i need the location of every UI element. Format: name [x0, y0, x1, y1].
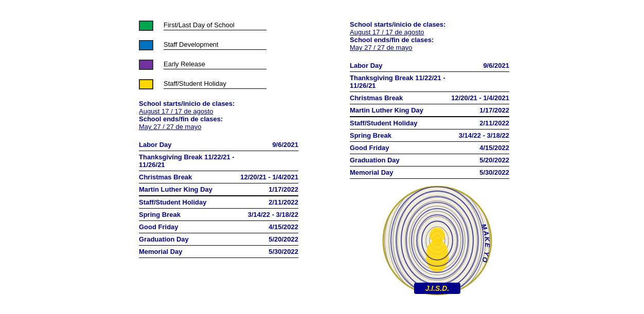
table-row: Memorial Day5/30/2022: [139, 246, 298, 258]
right-school-starts-heading: School starts/inicio de clases:: [350, 21, 644, 28]
event-date-cell: 4/15/2022: [240, 221, 298, 233]
logo-wrapper: MAKE YOUR MARK J.I.S.D.: [381, 184, 494, 299]
event-name-cell: Martin Luther King Day: [350, 104, 451, 117]
event-name-cell: Thanksgiving Break 11/22/21 - 11/26/21: [139, 151, 240, 171]
event-name-cell: Labor Day: [350, 60, 451, 72]
table-row: Christmas Break12/20/21 - 1/4/2021: [139, 171, 298, 183]
event-name-cell: Memorial Day: [139, 246, 240, 258]
legend-item-holiday: Staff/Student Holiday: [139, 79, 324, 89]
event-name-cell: Memorial Day: [350, 167, 451, 179]
event-date-cell: 9/6/2021: [240, 139, 298, 151]
event-date-cell: 12/20/21 - 1/4/2021: [240, 171, 298, 183]
event-name-cell: Spring Break: [139, 209, 240, 221]
logo-area: MAKE YOUR MARK J.I.S.D.: [381, 184, 525, 297]
right-school-starts-link[interactable]: August 17 / 17 de agosto: [350, 28, 644, 36]
legend-section: First/Last Day of School Staff Developme…: [139, 21, 324, 89]
legend-item-staff-dev: Staff Development: [139, 40, 324, 50]
event-date-cell: 2/11/2022: [451, 117, 509, 130]
event-date-cell: [240, 151, 298, 171]
event-name-cell: Martin Luther King Day: [139, 183, 240, 196]
left-panel: First/Last Day of School Staff Developme…: [0, 21, 324, 297]
legend-label-staff-dev: Staff Development: [164, 41, 266, 50]
event-date-cell: 5/30/2022: [240, 246, 298, 258]
table-row: Spring Break3/14/22 - 3/18/22: [350, 130, 509, 142]
table-row: Good Friday4/15/2022: [139, 221, 298, 233]
event-name-cell: Thanksgiving Break 11/22/21 - 11/26/21: [350, 72, 451, 92]
right-school-info: School starts/inicio de clases: August 1…: [350, 21, 644, 51]
right-panel: School starts/inicio de clases: August 1…: [324, 21, 644, 297]
table-row: Staff/Student Holiday2/11/2022: [350, 117, 509, 130]
event-date-cell: 3/14/22 - 3/18/22: [240, 209, 298, 221]
event-name-cell: Staff/Student Holiday: [139, 196, 240, 209]
table-row: Staff/Student Holiday2/11/2022: [139, 196, 298, 209]
table-row: Spring Break3/14/22 - 3/18/22: [139, 209, 298, 221]
event-name-cell: Labor Day: [139, 139, 240, 151]
left-school-info: School starts/inicio de clases: August 1…: [139, 100, 324, 131]
fingerprint-graphic: MAKE YOUR MARK J.I.S.D.: [381, 184, 494, 297]
legend-color-holiday: [139, 79, 153, 89]
event-date-cell: 2/11/2022: [240, 196, 298, 209]
event-name-cell: Good Friday: [139, 221, 240, 233]
event-name-cell: Graduation Day: [139, 233, 240, 246]
legend-item-first-last: First/Last Day of School: [139, 21, 324, 31]
event-date-cell: 9/6/2021: [451, 60, 509, 72]
event-name-cell: Christmas Break: [139, 171, 240, 183]
table-row: Labor Day9/6/2021: [139, 139, 298, 151]
table-row: Thanksgiving Break 11/22/21 - 11/26/21: [350, 72, 509, 92]
legend-item-early-release: Early Release: [139, 60, 324, 70]
right-school-ends-link[interactable]: May 27 / 27 de mayo: [350, 44, 644, 51]
event-date-cell: 4/15/2022: [451, 142, 509, 154]
legend-color-first-last: [139, 21, 153, 31]
event-name-cell: Staff/Student Holiday: [350, 117, 451, 130]
table-row: Graduation Day5/20/2022: [350, 154, 509, 167]
legend-color-early-release: [139, 60, 153, 70]
event-name-cell: Christmas Break: [350, 92, 451, 104]
left-school-ends-heading: School ends/fin de clases:: [139, 115, 324, 123]
svg-point-15: [426, 239, 449, 272]
table-row: Good Friday4/15/2022: [350, 142, 509, 154]
left-school-starts-heading: School starts/inicio de clases:: [139, 100, 324, 107]
table-row: Thanksgiving Break 11/22/21 - 11/26/21: [139, 151, 298, 171]
legend-label-early-release: Early Release: [164, 60, 266, 69]
table-row: Graduation Day5/20/2022: [139, 233, 298, 246]
event-date-cell: 5/20/2022: [451, 154, 509, 167]
event-name-cell: Good Friday: [350, 142, 451, 154]
svg-point-16: [430, 228, 445, 243]
event-date-cell: 1/17/2022: [240, 183, 298, 196]
left-events-table: Labor Day9/6/2021Thanksgiving Break 11/2…: [139, 139, 298, 258]
table-row: Martin Luther King Day1/17/2022: [350, 104, 509, 117]
table-row: Memorial Day5/30/2022: [350, 167, 509, 179]
svg-text:J.I.S.D.: J.I.S.D.: [425, 284, 450, 292]
table-row: Martin Luther King Day1/17/2022: [139, 183, 298, 196]
event-name-cell: Graduation Day: [350, 154, 451, 167]
left-school-ends-link[interactable]: May 27 / 27 de mayo: [139, 123, 324, 131]
event-date-cell: 12/20/21 - 1/4/2021: [451, 92, 509, 104]
table-row: Labor Day9/6/2021: [350, 60, 509, 72]
legend-color-staff-dev: [139, 40, 153, 50]
event-date-cell: 3/14/22 - 3/18/22: [451, 130, 509, 142]
event-date-cell: [451, 72, 509, 92]
left-school-starts-link[interactable]: August 17 / 17 de agosto: [139, 107, 324, 115]
event-date-cell: 5/20/2022: [240, 233, 298, 246]
event-name-cell: Spring Break: [350, 130, 451, 142]
legend-label-holiday: Staff/Student Holiday: [164, 80, 266, 89]
right-events-table: Labor Day9/6/2021Thanksgiving Break 11/2…: [350, 60, 509, 179]
table-row: Christmas Break12/20/21 - 1/4/2021: [350, 92, 509, 104]
legend-label-first-last: First/Last Day of School: [164, 21, 266, 30]
event-date-cell: 1/17/2022: [451, 104, 509, 117]
event-date-cell: 5/30/2022: [451, 167, 509, 179]
right-school-ends-heading: School ends/fin de clases:: [350, 36, 644, 44]
